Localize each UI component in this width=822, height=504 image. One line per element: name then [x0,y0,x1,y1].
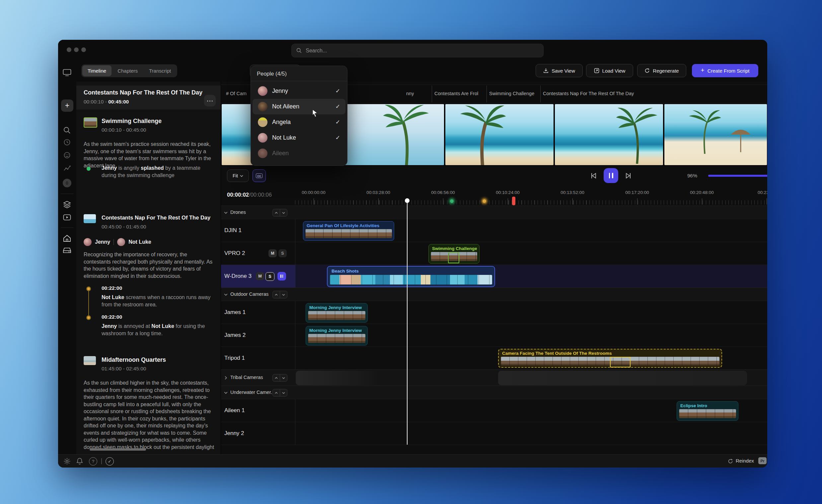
person-option[interactable]: Angela ✓ [253,114,346,130]
search-input[interactable] [305,47,538,54]
drive-icon[interactable] [63,247,71,253]
track-row[interactable]: James 1 Morning Jenny Interview [221,301,767,324]
people-popover: People (4/5) Jenny ✓ Not Aileen ✓ Angela… [251,66,348,166]
cc-icon: cc [256,173,263,178]
track-row-selected[interactable]: W-Drone 3 M S Beach Shots [221,265,767,288]
timeline-clip[interactable]: Camera Facing The Tent Outside Of The Re… [498,349,722,368]
time-ruler[interactable]: 00:00:02/00:00:06 00:00:00:00 00:03:28:0… [221,186,767,206]
collapse-chevron-right-icon[interactable] [225,376,227,380]
marker-red[interactable] [512,197,515,205]
history-clock-icon[interactable] [63,139,71,146]
mute-button[interactable]: M [256,272,264,280]
scroll-thumb[interactable] [90,448,146,451]
collapse-chevron-icon[interactable] [224,293,228,296]
track-row[interactable]: Tripod 1 Camera Facing The Tent Outside … [221,347,767,370]
notifications-bell-icon[interactable] [76,458,83,465]
cursor-pointer-icon [311,109,319,118]
collapse-chevron-icon[interactable] [224,212,228,214]
tab-chapters[interactable]: Chapters [112,65,143,76]
section-thumbnail[interactable] [84,117,97,128]
playhead-handle[interactable] [405,198,410,203]
solo-button[interactable]: S [279,249,287,257]
move-group-down-button[interactable] [280,291,287,298]
collapsed-clips-summary[interactable] [498,371,747,385]
layers-icon[interactable] [63,201,71,208]
section-thumbnail[interactable] [84,214,96,223]
person-option-disabled[interactable]: Aileen [253,146,346,161]
timeline-clip[interactable]: Beach Shots [327,266,495,287]
window-zoom-button[interactable] [81,47,86,52]
timeline-clip[interactable]: Morning Jenny Interview [306,326,368,346]
help-icon[interactable]: ? [89,457,97,466]
save-view-button[interactable]: Save View [536,64,583,77]
home-icon[interactable] [63,235,71,242]
tab-transcript[interactable]: Transcript [144,65,176,76]
solo-button[interactable]: S [266,272,275,281]
display-icon[interactable] [63,69,71,76]
chapter-card-end: 00:45:00 [108,99,129,104]
collapsed-clips-summary[interactable] [296,371,381,385]
mute-button[interactable]: M [269,249,277,257]
section-thumbnail[interactable] [84,356,96,365]
chapter-card-header[interactable]: Contestants Nap For The Rest Of The Day … [76,86,221,109]
window-minimize-button[interactable] [74,47,79,52]
ruler-tick-label: 00:13:52:00 [560,190,584,195]
captions-toggle[interactable]: cc [253,169,266,182]
timeline-zoom-slider[interactable] [708,175,767,177]
chapter-card-menu-button[interactable]: ⋯ [204,95,216,106]
move-group-up-button[interactable] [273,374,280,382]
video-player-icon[interactable] [63,214,71,221]
marker-yellow[interactable] [481,198,487,204]
reindex-button[interactable]: Reindex [736,458,754,464]
tasks-check-icon[interactable]: ✓ [105,457,114,466]
move-group-up-button[interactable] [273,291,280,298]
track-row[interactable]: DJIN 1 General Pan Of Lifestyle Activiti… [221,219,767,242]
person-option[interactable]: Jenny ✓ [253,83,346,99]
person-option-hovered[interactable]: Not Aileen ✓ [253,99,346,114]
beat-text: Jenny is angrily splashed by a teammate … [101,164,211,179]
pause-button[interactable] [603,168,618,183]
timeline-clip[interactable]: Swimming Challenge [428,244,479,264]
skip-back-button[interactable] [589,172,597,180]
badge-zero-icon[interactable]: 0 [63,179,71,187]
track-group-header: Underwater Camer... [221,386,767,399]
move-group-down-button[interactable] [280,209,287,217]
track-row[interactable]: Aileen 1 Eclipse Intro [221,399,767,422]
chapter-segment[interactable]: # Of Cam [226,91,247,96]
clip-thumbnails [305,229,392,238]
avatar [258,86,268,96]
section-title: Contestants Nap For The Rest Of The Day [101,215,211,221]
collapse-chevron-icon[interactable] [224,392,228,394]
timeline-clip[interactable]: Eclipse Intro [677,401,738,421]
move-group-up-button[interactable] [273,389,280,397]
regenerate-button[interactable]: Regenerate [637,64,686,77]
add-button[interactable]: + [61,99,73,112]
track-row[interactable]: Jenny 2 [221,422,767,445]
person-option[interactable]: Not Luke ✓ [253,130,346,146]
track-pause-button[interactable] [278,272,286,281]
sidebar-search-icon[interactable] [63,126,71,134]
load-view-button[interactable]: Load View [586,64,633,77]
marker-green[interactable] [449,198,455,204]
tab-timeline[interactable]: Timeline [82,65,111,76]
chapter-segment[interactable]: Contestants Nap For The Rest Of The Day [543,91,767,96]
chapter-segment[interactable]: Contestants Are Frol [434,91,486,96]
emotions-icon[interactable] [63,152,71,159]
playhead-line[interactable] [407,201,408,445]
analytics-icon[interactable] [63,165,71,172]
window-close-button[interactable] [67,47,71,52]
fit-zoom-dropdown[interactable]: Fit [227,169,249,182]
timeline-clip[interactable]: Morning Jenny Interview [306,303,368,323]
global-search[interactable] [291,44,543,57]
move-group-down-button[interactable] [280,389,287,397]
move-group-down-button[interactable] [280,374,287,382]
skip-forward-button[interactable] [625,172,633,180]
chapter-segment[interactable]: nny [406,91,414,96]
timeline-clip[interactable]: General Pan Of Lifestyle Activities [303,221,394,241]
chapter-segment[interactable]: Swimming Challenge [489,91,539,96]
create-from-script-button[interactable]: + Create From Script [692,64,758,77]
track-row[interactable]: James 2 Morning Jenny Interview [221,324,767,347]
track-row[interactable]: VPRO 2 M S Swimming Challenge [221,242,767,265]
move-group-up-button[interactable] [273,209,280,217]
settings-gear-icon[interactable] [63,458,71,465]
